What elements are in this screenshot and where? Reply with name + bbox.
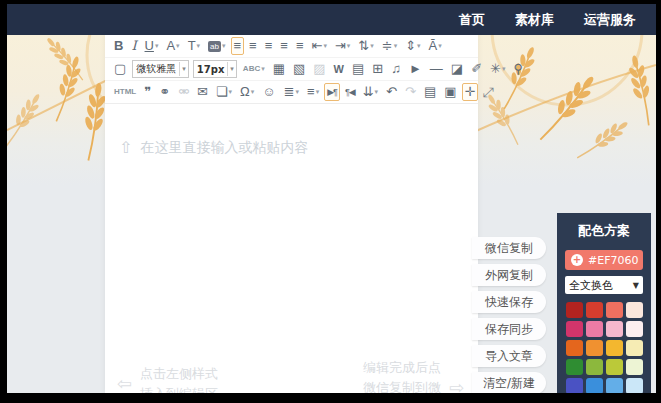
editing-area[interactable]: ⇧ 在这里直接输入或粘贴内容 ⇦ 点击左侧样式插入到编辑区 编辑完成后点微信复制…	[105, 104, 478, 393]
color-swatch-2[interactable]	[606, 302, 623, 318]
color-swatch-6[interactable]	[606, 321, 623, 337]
color-swatch-10[interactable]	[606, 340, 623, 356]
image-align-button[interactable]: ▣	[441, 83, 459, 101]
color-swatch-16[interactable]	[566, 378, 583, 393]
color-swatch-14[interactable]	[606, 359, 623, 375]
bold-button[interactable]: B	[111, 37, 126, 55]
insert-video-button[interactable]: ►	[406, 60, 425, 78]
color-swatch-11[interactable]	[626, 340, 643, 356]
bold-icon: B	[114, 38, 123, 54]
current-color-button[interactable]: + #EF7060	[565, 250, 643, 270]
eraser-button[interactable]: ◪	[448, 60, 466, 78]
highlight-button[interactable]: ab▾	[205, 37, 228, 55]
italic-button[interactable]: I	[128, 37, 139, 55]
paragraph-indent-button[interactable]: ⇊▾	[360, 83, 381, 101]
special-char-button[interactable]: Ω▾	[237, 83, 257, 101]
horizontal-rule-icon: —	[430, 61, 443, 77]
emoticon-button[interactable]: ☺	[259, 83, 278, 101]
clear-new-button[interactable]: 清空/新建	[472, 372, 546, 393]
undo-button[interactable]: ↶	[383, 83, 400, 101]
font-family-select[interactable]: 微软雅黑▾	[132, 60, 189, 78]
style-sort-button[interactable]: ▤	[421, 83, 439, 101]
insert-table-button[interactable]: ▦	[270, 60, 288, 78]
text-direction-ltr-button[interactable]: ▶¶	[324, 83, 340, 101]
color-swatch-9[interactable]	[586, 340, 603, 356]
remove-link-button[interactable]: ⚮	[175, 83, 192, 101]
paragraph-spacing-button[interactable]: ⇕▾	[402, 37, 423, 55]
quick-save-button[interactable]: 快速保存	[472, 291, 546, 313]
color-swatch-1[interactable]	[586, 302, 603, 318]
external-copy-button[interactable]: 外网复制	[472, 264, 546, 286]
search-replace-button[interactable]: ⚲	[510, 60, 526, 78]
template-button[interactable]: ❏▾	[213, 83, 235, 101]
fullscreen-button[interactable]: ⤢	[479, 83, 496, 101]
horizontal-rule-button[interactable]: —	[427, 60, 446, 78]
color-swatch-5[interactable]	[586, 321, 603, 337]
nav-link-home[interactable]: 首页	[459, 11, 485, 29]
color-swatch-17[interactable]	[586, 378, 603, 393]
color-swatch-18[interactable]	[606, 378, 623, 393]
image-align-icon: ▣	[444, 84, 456, 100]
line-spacing-button[interactable]: ≡▾	[304, 83, 322, 101]
underline-button[interactable]: U▾	[142, 37, 162, 55]
color-swatch-7[interactable]	[626, 321, 643, 337]
outdent-button[interactable]: ⇤▾	[308, 37, 329, 55]
dropdown-caret-icon: ▾	[197, 42, 201, 50]
insert-link-button[interactable]: ⚭	[156, 83, 173, 101]
spell-check-button[interactable]: ABC▾	[240, 60, 268, 78]
redo-button[interactable]: ↷	[402, 83, 419, 101]
html-source-button[interactable]: HTML	[111, 83, 139, 101]
dropdown-caret-icon: ▾	[323, 42, 327, 50]
line-height-icon: ≑	[382, 38, 393, 54]
import-article-button[interactable]: 导入文章	[472, 345, 546, 367]
search-replace-icon: ⚲	[513, 61, 523, 77]
color-mode-value: 全文换色	[569, 278, 613, 293]
wechat-copy-button[interactable]: 微信复制	[472, 237, 546, 259]
align-right-button[interactable]: ≡	[262, 37, 276, 55]
font-size-select[interactable]: 17px▾	[193, 60, 237, 78]
indent-button[interactable]: ⇥▾	[332, 37, 353, 55]
nav-link-operation-services[interactable]: 运营服务	[584, 11, 636, 29]
word-import-button[interactable]: W	[331, 60, 347, 78]
dropdown-caret-icon: ▾	[417, 42, 421, 50]
blockquote-button[interactable]: ❞	[141, 83, 154, 101]
new-document-button[interactable]: ▢	[111, 60, 129, 78]
insert-image-button[interactable]: ▧	[290, 60, 308, 78]
color-swatch-19[interactable]	[626, 378, 643, 393]
color-swatch-12[interactable]	[566, 359, 583, 375]
drag-move-button[interactable]: ✛	[462, 83, 479, 101]
letter-spacing-button[interactable]: ⇅▾	[355, 37, 376, 55]
clear-format-button[interactable]: ✐	[468, 60, 485, 78]
color-swatch-0[interactable]	[566, 302, 583, 318]
color-swatch-15[interactable]	[626, 359, 643, 375]
image-library-button[interactable]: ▨	[310, 60, 328, 78]
new-document-icon: ▢	[114, 61, 126, 77]
color-swatch-13[interactable]	[586, 359, 603, 375]
nav-link-material-library[interactable]: 素材库	[515, 11, 554, 29]
comment-button[interactable]: ✉	[194, 83, 211, 101]
insert-video-icon: ►	[409, 61, 422, 77]
text-direction-rtl-button[interactable]: ¶◀	[342, 83, 358, 101]
color-mode-select[interactable]: 全文换色 ▼	[565, 276, 643, 294]
dropdown-caret-icon: ▾	[251, 88, 255, 96]
color-swatch-8[interactable]	[566, 340, 583, 356]
color-swatch-3[interactable]	[626, 302, 643, 318]
text-case-button[interactable]: Ā▾	[426, 37, 445, 55]
color-swatch-4[interactable]	[566, 321, 583, 337]
align-left-button[interactable]: ≡	[231, 37, 245, 55]
upload-image-button[interactable]: ▤	[349, 60, 367, 78]
dropdown-caret-icon: ▾	[394, 42, 398, 50]
save-sync-button[interactable]: 保存同步	[472, 318, 546, 340]
align-justify-button[interactable]: ≡	[277, 37, 291, 55]
placeholder-text: 在这里直接输入或粘贴内容	[140, 139, 308, 157]
align-center-button[interactable]: ≡	[246, 37, 260, 55]
screenshot-button[interactable]: ⊞	[369, 60, 386, 78]
insert-music-button[interactable]: ♫	[388, 60, 404, 78]
magic-wand-button[interactable]: ✳▾	[487, 60, 508, 78]
align-both-button[interactable]: ≡	[293, 37, 307, 55]
list-style-button[interactable]: ≣▾	[281, 83, 302, 101]
line-height-button[interactable]: ≑▾	[379, 37, 400, 55]
text-style-button[interactable]: T▾	[185, 37, 203, 55]
font-color-button[interactable]: A▾	[163, 37, 182, 55]
top-navbar: 首页素材库运营服务	[7, 4, 656, 35]
